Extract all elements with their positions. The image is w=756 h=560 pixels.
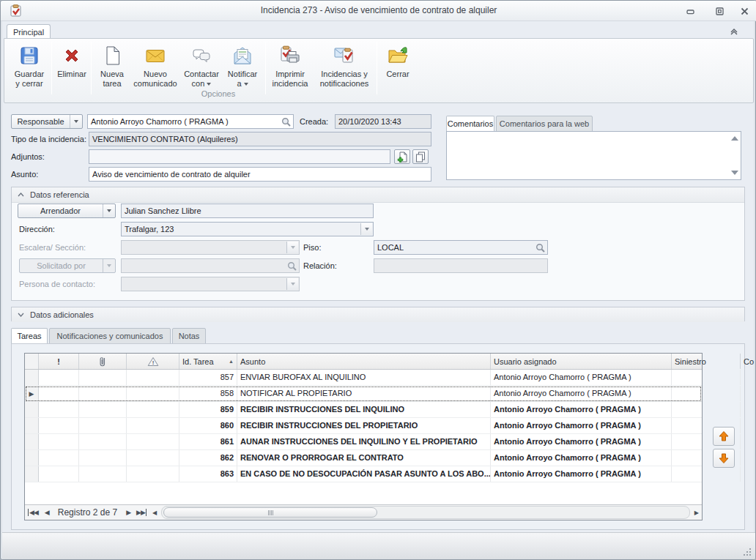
close-form-button[interactable]: Cerrar (379, 42, 416, 97)
cell-attachment (79, 434, 127, 449)
cell-siniestro (672, 386, 741, 401)
new-task-button[interactable]: Nuevatarea (93, 42, 131, 97)
table-row[interactable]: 861 AUNAR INSTRUCCIONES DEL INQUILINO Y … (25, 434, 702, 450)
minimize-button[interactable] (681, 5, 700, 18)
cell-id: 860 (179, 418, 237, 433)
contact-with-label: Contactar (184, 70, 219, 78)
tab-notificaciones[interactable]: Notificaciones y comunicados (49, 328, 171, 344)
piso-field[interactable]: LOCAL (374, 240, 548, 255)
responsable-selector-button[interactable]: Responsable (11, 114, 83, 129)
nav-last-button[interactable]: ▶▶ (133, 505, 149, 520)
delete-button[interactable]: Eliminar (53, 42, 90, 97)
table-row[interactable]: 859 RECIBIR INSTRUCCIONES DEL INQUILINO … (25, 402, 702, 418)
adjuntos-field[interactable] (89, 149, 390, 164)
usuario-column-header[interactable]: Usuario asignado (491, 354, 672, 369)
attachment-column-header[interactable] (79, 354, 127, 369)
svg-text:!: ! (152, 359, 154, 366)
tab-comentarios-web[interactable]: Comentarios para la web (496, 116, 593, 132)
nav-prev-button[interactable]: ◀ (42, 505, 52, 520)
print-incident-button[interactable]: Imprimirincidencia (267, 42, 313, 97)
datos-referencia-header[interactable]: Datos referencia (12, 187, 744, 203)
table-row[interactable]: ▶ 858 NOTIFICAR AL PROPIETARIO Antonio A… (25, 386, 702, 402)
cell-warning (127, 370, 179, 385)
incidents-notifications-button[interactable]: Incidencias ynotificaciones (314, 42, 374, 97)
tab-comentarios[interactable]: Comentarios (446, 116, 494, 132)
solicitado-selector-label: Solicitado por (20, 259, 103, 272)
horizontal-scrollbar-thumb[interactable] (163, 507, 377, 518)
cell-id: 859 (179, 402, 237, 417)
dropdown-arrow-icon (207, 83, 211, 86)
title-bar[interactable]: Incidencia 273 - Aviso de vencimiento de… (1, 1, 756, 21)
co-column-header[interactable]: Co (741, 354, 756, 369)
cell-attachment (79, 402, 127, 417)
search-icon[interactable] (536, 243, 546, 253)
cell-priority (39, 450, 79, 466)
siniestro-column-header[interactable]: Siniestro (672, 354, 741, 369)
priority-column-header[interactable]: ! (39, 354, 79, 369)
responsable-value: Antonio Arroyo Chamorro ( PRAGMA ) (91, 117, 229, 126)
datos-adicionales-header[interactable]: Datos adicionales (12, 307, 744, 322)
cell-attachment (79, 418, 127, 433)
cell-siniestro (672, 402, 741, 417)
scroll-down-icon[interactable] (731, 171, 738, 175)
arrendador-selector-button[interactable]: Arrendador (18, 204, 116, 218)
search-icon[interactable] (281, 117, 292, 127)
chevron-down-icon[interactable] (103, 204, 115, 217)
maximize-button[interactable] (710, 5, 729, 18)
chevron-down-icon (103, 259, 115, 272)
warning-icon: ! (147, 356, 159, 367)
resize-grip[interactable] (744, 548, 751, 556)
asunto-column-header[interactable]: Asunto (237, 354, 491, 369)
row-indicator-header[interactable] (25, 354, 39, 369)
arrendador-selector-label: Arrendador (18, 204, 103, 217)
copy-attachment-button[interactable] (412, 149, 429, 164)
scroll-up-icon[interactable] (731, 136, 738, 141)
close-button[interactable] (735, 5, 754, 18)
hscroll-right-button[interactable]: ▶ (692, 505, 702, 520)
tab-notas[interactable]: Notas (172, 328, 206, 344)
datos-adicionales-panel-header[interactable]: Datos adicionales (11, 307, 745, 321)
responsable-input[interactable]: Antonio Arroyo Chamorro ( PRAGMA ) (87, 114, 294, 129)
current-row-indicator-icon: ▶ (29, 387, 34, 401)
comments-textarea[interactable] (446, 131, 741, 180)
delete-icon (60, 44, 84, 67)
chevron-down-icon[interactable] (70, 115, 82, 128)
horizontal-scrollbar[interactable] (161, 506, 690, 519)
cell-asunto: ENVIAR BUROFAX AL INQUILINO (237, 370, 491, 385)
save-close-button[interactable]: Guardary cerrar (9, 42, 50, 97)
table-row[interactable]: 862 RENOVAR O PRORROGAR EL CONTRATO Anto… (25, 450, 702, 466)
tab-tareas[interactable]: Tareas (11, 328, 48, 344)
nav-next-button[interactable]: ▶ (123, 505, 133, 520)
ribbon-group-label: Opciones (173, 89, 264, 98)
arrendador-field[interactable]: Julian Sanchez Llibre (121, 204, 374, 218)
table-row[interactable]: 863 EN CASO DE NO DESOCUPACIÓN PASAR ASU… (25, 466, 702, 482)
cell-priority (39, 386, 79, 401)
folder-close-icon (386, 44, 410, 67)
cell-asunto: RECIBIR INSTRUCCIONES DEL PROPIETARIO (237, 418, 491, 433)
persona-contacto-label: Persona de contacto: (19, 277, 95, 291)
add-attachment-button[interactable] (394, 149, 410, 164)
piso-label: Piso: (303, 240, 321, 255)
table-row[interactable]: 857 ENVIAR BUROFAX AL INQUILINO Antonio … (25, 370, 702, 386)
hscroll-left-button[interactable]: ◀ (149, 505, 160, 520)
move-row-down-button[interactable] (713, 449, 735, 468)
ribbon: Guardary cerrar Eliminar Nuevatarea Nuev… (4, 38, 754, 103)
move-row-up-button[interactable] (713, 427, 735, 446)
relacion-field (374, 258, 548, 273)
cell-attachment (79, 466, 127, 482)
cell-warning (127, 386, 179, 401)
new-communication-button[interactable]: Nuevocomunicado (132, 42, 179, 97)
asunto-input[interactable]: Aviso de vencimiento de contrato de alqu… (89, 167, 431, 182)
ribbon-collapse-icon[interactable] (728, 27, 740, 36)
close-icon (741, 7, 749, 15)
cell-id: 861 (179, 434, 237, 449)
id-tarea-column-header[interactable]: Id. Tarea ▲ (179, 354, 237, 369)
cell-asunto: RECIBIR INSTRUCCIONES DEL INQUILINO (237, 402, 491, 417)
nav-first-button[interactable]: ◀◀ (25, 505, 42, 520)
warning-column-header[interactable]: ! (127, 354, 179, 369)
tab-principal[interactable]: Principal (7, 24, 51, 40)
cell-id: 858 (179, 386, 237, 401)
table-row[interactable]: 860 RECIBIR INSTRUCCIONES DEL PROPIETARI… (25, 418, 702, 434)
chevron-down-icon[interactable] (360, 223, 372, 235)
direccion-combo[interactable]: Trafalgar, 123 (121, 222, 374, 236)
